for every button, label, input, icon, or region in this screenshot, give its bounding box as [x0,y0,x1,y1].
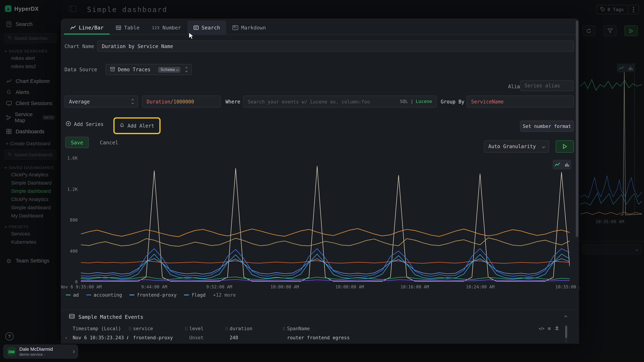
save-button[interactable]: Save [65,137,89,148]
alias-input[interactable]: Series alias [520,80,574,91]
events-rows: › Nov 6 10:35:23.243 AM frontend-proxy U… [61,333,576,344]
play-icon [562,144,567,149]
legend-dash-icon [129,294,134,295]
tab-line-bar[interactable]: Line/Bar [64,20,110,34]
mouse-cursor [188,32,194,41]
tab-table[interactable]: Table [110,20,146,34]
user-name: Dale McDiarmid [19,347,53,352]
table-icon [116,25,121,30]
chart-legend: ad accounting frontend-proxy fla [66,292,236,298]
grip-icon [184,327,188,331]
column-spanname[interactable]: SpanName [282,326,576,332]
select-chevrons-icon [186,67,187,72]
where-label: Where [226,99,240,105]
help-button[interactable]: ? [5,332,14,341]
divider [61,34,579,35]
editor-tabs: Line/Bar Table 123 Number Search M↓ Ma [64,20,272,34]
chart-name-label: Chart Name [64,43,94,49]
chart-editor-modal: Line/Bar Table 123 Number Search M↓ Ma [61,18,579,344]
bell-icon [120,122,125,129]
chevron-down-icon [542,145,545,148]
row-expander-icon[interactable]: › [61,343,72,344]
collapse-events-icon[interactable] [564,315,567,318]
bar-chart-icon [564,163,569,167]
legend-dash-icon [86,294,91,295]
user-subtitle: demo-service - [19,352,53,357]
grip-icon [128,327,132,331]
sample-matched-events: Sample Matched Events Timestamp (Local) … [61,310,576,344]
field-expression-input[interactable]: Duration/1000000 [142,96,220,108]
column-timestamp[interactable]: Timestamp (Local) [72,326,128,332]
where-search-input[interactable]: Search your events w/ Lucene ex. column:… [243,96,436,108]
download-icon[interactable] [554,325,560,332]
main-chart-svg[interactable] [81,158,570,282]
select-chevrons-icon [132,99,134,104]
schema-badge[interactable]: Schema [158,67,180,72]
add-series-button[interactable]: Add Series [66,121,104,128]
line-chart-icon [70,25,76,30]
run-chart-button[interactable] [556,140,574,153]
x-axis: Nov 6 9:35:00 AM9:44:00 AM9:52:00 AM10:0… [81,284,570,290]
line-chart-icon [554,162,560,167]
events-toolbar: </> ≡ [539,325,560,332]
column-level[interactable]: level [184,326,225,332]
legend-dash-icon [66,294,71,295]
add-alert-highlight-box: Add Alert [114,117,161,134]
granularity-select[interactable]: Auto Granularity [484,140,549,153]
events-column-headers: Timestamp (Local) service level duration… [61,324,576,333]
data-source-label: Data Source [64,67,97,73]
set-number-format-button[interactable]: Set number format [520,121,574,132]
y-axis: 04008001.2K1.6K [61,158,79,282]
filter-lines-icon[interactable]: ≡ [548,326,551,331]
legend-item[interactable]: accounting [86,292,122,298]
column-service[interactable]: service [128,326,184,332]
group-by-input[interactable]: ServiceName [466,96,574,108]
tab-markdown[interactable]: M↓ Markdown [226,20,272,34]
legend-dash-icon [184,294,189,295]
legend-more[interactable]: +12 more [213,292,236,298]
events-table: Timestamp (Local) service level duration… [61,324,576,344]
column-duration[interactable]: duration [225,326,282,332]
query-language-toggle[interactable]: SQL|Lucene [400,99,432,104]
row-expander-icon[interactable]: › [61,335,72,340]
add-alert-button[interactable]: Add Alert [120,122,154,129]
legend-item[interactable]: ad [66,292,79,298]
markdown-icon: M↓ [232,25,238,30]
legend-item[interactable]: flagd [184,292,206,298]
group-by-label: Group By [441,99,464,105]
grip-icon [225,327,228,331]
legend-item[interactable]: frontend-proxy [129,292,176,298]
grip-icon [282,327,286,331]
chart-name-input[interactable]: Duration by Service Name [97,40,574,52]
list-lines-icon [194,25,199,30]
cancel-button[interactable]: Cancel [100,140,118,146]
aggregation-select[interactable]: Average [64,96,138,108]
plus-circle-icon [66,121,71,128]
avatar: DM [7,347,16,356]
chart-type-toggle[interactable] [552,160,571,169]
screen: Simple dashboard 0 Tags ▲ HyperDX Search… [0,0,644,362]
tab-number[interactable]: 123 Number [146,20,187,34]
user-menu[interactable]: DM Dale McDiarmid demo-service - [3,345,78,359]
event-row[interactable]: › Nov 6 10:35:23.243 AM frontend-proxy U… [61,333,576,342]
table-icon [69,314,75,320]
events-scrollbar[interactable] [565,325,567,343]
chevron-right-icon [72,350,75,353]
code-icon[interactable]: </> [539,326,544,330]
number-123-icon: 123 [152,25,160,30]
data-source-select[interactable]: Demo Traces Schema [106,64,192,75]
modal-scrollbar[interactable] [576,20,578,237]
events-header[interactable]: Sample Matched Events [69,314,144,320]
archive-icon [110,67,115,72]
event-row[interactable]: › Nov 6 10:35:23.243 AM frontend-proxy U… [61,342,576,344]
